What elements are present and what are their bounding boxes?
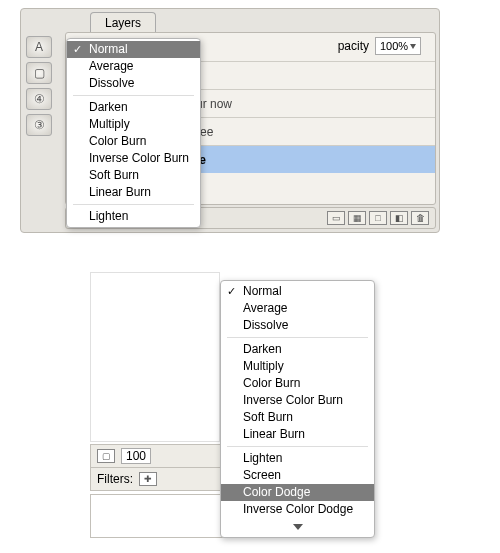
size-row: ▢ 100	[90, 444, 235, 468]
menu-item-soft-burn[interactable]: Soft Burn	[67, 167, 200, 184]
preview-pane	[90, 272, 220, 442]
menu-item-inverse-color-burn[interactable]: Inverse Color Burn	[67, 150, 200, 167]
menu-separator	[227, 337, 368, 338]
menu-item-color-burn[interactable]: Color Burn	[67, 133, 200, 150]
tab-layers[interactable]: Layers	[90, 12, 156, 32]
menu-item-normal[interactable]: Normal	[67, 41, 200, 58]
menu-item-inverse-color-burn[interactable]: Inverse Color Burn	[221, 392, 374, 409]
menu-item-multiply[interactable]: Multiply	[221, 358, 374, 375]
menu-item-normal[interactable]: Normal	[221, 283, 374, 300]
menu-separator	[227, 446, 368, 447]
tool-icon[interactable]: ▢	[26, 62, 52, 84]
tool-icon[interactable]: A	[26, 36, 52, 58]
menu-scroll-down[interactable]	[221, 518, 374, 535]
menu-item-average[interactable]: Average	[67, 58, 200, 75]
filters-list	[90, 494, 235, 538]
trash-icon[interactable]: 🗑	[411, 211, 429, 225]
tool-strip: A ▢ ④ ③	[20, 32, 58, 232]
menu-item-dissolve[interactable]: Dissolve	[221, 317, 374, 334]
folder-icon[interactable]: □	[369, 211, 387, 225]
filters-row: Filters: ✚	[90, 467, 235, 491]
adjust-icon[interactable]: ◧	[390, 211, 408, 225]
thumb-icon[interactable]: ▢	[97, 449, 115, 463]
chevron-down-icon	[410, 44, 416, 49]
add-filter-icon[interactable]: ✚	[139, 472, 157, 486]
menu-item-color-dodge[interactable]: Color Dodge	[221, 484, 374, 501]
blend-mode-menu[interactable]: Normal Average Dissolve Darken Multiply …	[66, 38, 201, 228]
menu-item-multiply[interactable]: Multiply	[67, 116, 200, 133]
menu-item-color-burn[interactable]: Color Burn	[221, 375, 374, 392]
menu-item-dissolve[interactable]: Dissolve	[67, 75, 200, 92]
menu-item-linear-burn[interactable]: Linear Burn	[67, 184, 200, 201]
tool-icon[interactable]: ④	[26, 88, 52, 110]
mask-icon[interactable]: ▦	[348, 211, 366, 225]
menu-item-lighten[interactable]: Lighten	[67, 208, 200, 225]
chevron-down-icon	[293, 524, 303, 530]
menu-item-soft-burn[interactable]: Soft Burn	[221, 409, 374, 426]
menu-item-linear-burn[interactable]: Linear Burn	[221, 426, 374, 443]
menu-separator	[73, 95, 194, 96]
menu-item-darken[interactable]: Darken	[221, 341, 374, 358]
opacity-value: 100%	[380, 40, 408, 52]
menu-item-darken[interactable]: Darken	[67, 99, 200, 116]
size-value[interactable]: 100	[121, 448, 151, 464]
opacity-field[interactable]: 100%	[375, 37, 421, 55]
new-layer-icon[interactable]: ▭	[327, 211, 345, 225]
blend-mode-menu[interactable]: Normal Average Dissolve Darken Multiply …	[220, 280, 375, 538]
menu-item-average[interactable]: Average	[221, 300, 374, 317]
opacity-label: pacity	[338, 39, 369, 53]
menu-item-lighten[interactable]: Lighten	[221, 450, 374, 467]
menu-separator	[73, 204, 194, 205]
tool-icon[interactable]: ③	[26, 114, 52, 136]
filters-label: Filters:	[97, 472, 133, 486]
menu-item-inverse-color-dodge[interactable]: Inverse Color Dodge	[221, 501, 374, 518]
menu-item-screen[interactable]: Screen	[221, 467, 374, 484]
